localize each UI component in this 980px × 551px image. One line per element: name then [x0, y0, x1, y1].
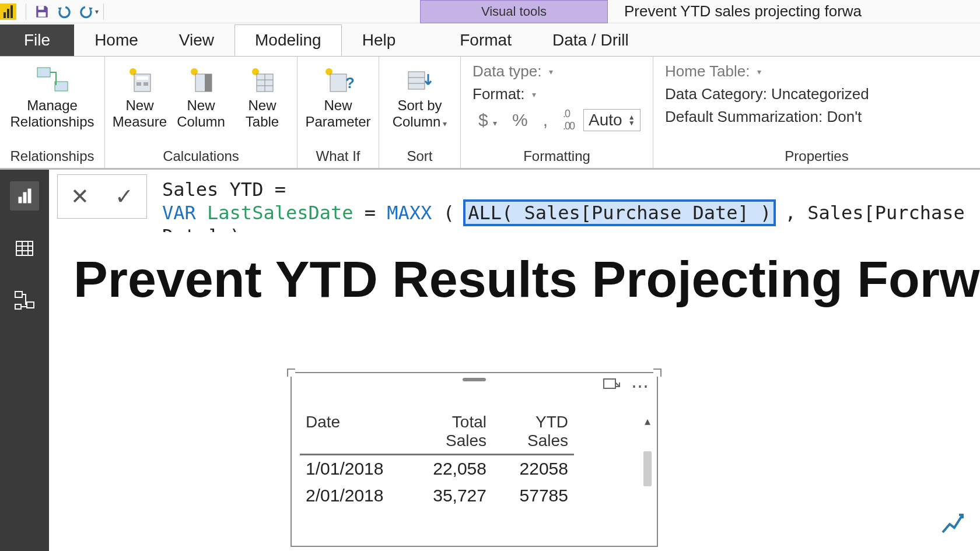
- scrollbar[interactable]: ▴: [642, 414, 653, 540]
- new-column-label: New Column: [177, 97, 225, 130]
- group-label-whatif: What If: [303, 146, 373, 167]
- group-label-calculations: Calculations: [111, 146, 291, 167]
- cell-total: 35,727: [405, 482, 492, 509]
- svg-rect-7: [136, 82, 141, 86]
- window-title: Prevent YTD sales projecting forwa: [624, 2, 980, 20]
- manage-relationships-button[interactable]: Manage Relationships: [6, 60, 99, 130]
- new-column-button[interactable]: New Column: [172, 60, 230, 130]
- group-label-properties: Properties: [659, 146, 974, 167]
- new-measure-label: New Measure: [113, 97, 167, 130]
- tab-data-drill[interactable]: Data / Drill: [532, 24, 649, 56]
- svg-rect-0: [38, 6, 44, 10]
- formula-commit-button[interactable]: ✓: [102, 184, 146, 209]
- svg-rect-33: [15, 304, 21, 309]
- svg-text:?: ?: [345, 74, 355, 92]
- cell-ytd: 57785: [492, 482, 574, 509]
- new-table-button[interactable]: New Table: [233, 60, 291, 130]
- thousands-separator-button[interactable]: ,: [537, 110, 554, 130]
- focus-mode-icon[interactable]: [602, 378, 622, 393]
- data-category-selector[interactable]: Data Category: Uncategorized: [665, 85, 968, 103]
- watermark-icon: [939, 510, 965, 536]
- percent-format-button[interactable]: %: [506, 110, 534, 130]
- redo-icon[interactable]: [75, 1, 97, 23]
- svg-rect-25: [28, 189, 31, 203]
- new-parameter-button[interactable]: ? New Parameter: [303, 60, 373, 130]
- column-header-date[interactable]: Date: [300, 409, 405, 455]
- svg-rect-24: [23, 192, 26, 203]
- column-header-ytd-sales[interactable]: YTD Sales: [492, 409, 574, 455]
- scroll-thumb[interactable]: [643, 451, 652, 486]
- dax-variable-name: LastSalesDate: [207, 202, 353, 224]
- new-table-label: New Table: [246, 97, 279, 130]
- group-label-sort: Sort: [385, 146, 454, 167]
- manage-relationships-label: Manage Relationships: [10, 97, 94, 130]
- app-icon: [0, 3, 16, 20]
- decimal-places-stepper[interactable]: Auto ▲▼: [583, 109, 640, 131]
- column-header-total-sales[interactable]: Total Sales: [405, 409, 492, 455]
- svg-rect-18: [330, 74, 346, 92]
- default-summarization-selector[interactable]: Default Summarization: Don't: [665, 108, 968, 126]
- resize-handle-icon[interactable]: [287, 368, 295, 377]
- svg-rect-6: [136, 76, 148, 80]
- format-selector[interactable]: Format:▾: [473, 85, 641, 103]
- svg-rect-2: [37, 68, 50, 77]
- currency-format-button[interactable]: $ ▾: [473, 110, 503, 130]
- more-options-icon[interactable]: ⋯: [630, 378, 650, 393]
- svg-rect-31: [15, 292, 22, 297]
- svg-rect-20: [408, 72, 425, 89]
- table-visual[interactable]: ⋯ Date Total Sales YTD Sales 1/01/2018 2…: [290, 372, 658, 547]
- tab-format[interactable]: Format: [439, 24, 532, 56]
- model-view-icon[interactable]: [10, 286, 39, 315]
- undo-icon[interactable]: [53, 1, 75, 23]
- svg-rect-1: [38, 12, 46, 17]
- new-parameter-label: New Parameter: [305, 97, 370, 130]
- tab-file[interactable]: File: [0, 24, 74, 56]
- qat-customize-dropdown-icon[interactable]: ▾: [95, 8, 99, 16]
- svg-rect-34: [604, 379, 615, 388]
- tab-modeling[interactable]: Modeling: [235, 24, 342, 56]
- resize-handle-icon[interactable]: [653, 368, 662, 377]
- formula-cancel-button[interactable]: ✕: [58, 184, 102, 209]
- group-label-formatting: Formatting: [467, 146, 647, 167]
- cell-date: 1/01/2018: [300, 455, 405, 482]
- qat-separator: [103, 3, 104, 20]
- scroll-up-icon[interactable]: ▴: [642, 414, 653, 428]
- new-measure-button[interactable]: New Measure: [111, 60, 169, 130]
- dax-function-maxx: MAXX: [387, 202, 432, 224]
- table-row[interactable]: 1/01/2018 22,058 22058: [300, 455, 639, 482]
- cell-total: 22,058: [405, 455, 492, 482]
- save-icon[interactable]: [31, 1, 53, 23]
- report-view-icon[interactable]: [10, 181, 39, 210]
- sort-by-column-label: Sort by Column▾: [393, 97, 447, 132]
- svg-rect-3: [55, 82, 68, 91]
- tab-help[interactable]: Help: [342, 24, 416, 56]
- cell-ytd: 22058: [492, 455, 574, 482]
- home-table-selector[interactable]: Home Table:▾: [665, 62, 968, 80]
- decimal-places-icon: .0.00: [557, 108, 580, 132]
- cell-date: 2/01/2018: [300, 482, 405, 509]
- svg-rect-23: [19, 197, 22, 203]
- dax-keyword-var: VAR: [162, 202, 196, 224]
- contextual-tab-visual-tools[interactable]: Visual tools: [420, 0, 608, 23]
- data-view-icon[interactable]: [10, 234, 39, 263]
- svg-rect-32: [27, 302, 34, 308]
- formula-selection[interactable]: ALL( Sales[Purchase Date] ): [466, 202, 774, 224]
- tab-view[interactable]: View: [159, 24, 235, 56]
- tab-home[interactable]: Home: [74, 24, 159, 56]
- data-type-selector[interactable]: Data type:▾: [473, 62, 641, 80]
- svg-rect-26: [16, 241, 33, 255]
- group-label-relationships: Relationships: [6, 146, 99, 167]
- drag-handle-icon[interactable]: [463, 378, 486, 381]
- svg-rect-11: [205, 74, 212, 92]
- table-row[interactable]: 2/01/2018 35,727 57785: [300, 482, 639, 509]
- svg-rect-8: [144, 82, 148, 86]
- formula-bar-buttons: ✕ ✓: [57, 174, 147, 219]
- sort-by-column-button[interactable]: Sort by Column▾: [385, 60, 454, 132]
- report-title-text: Prevent YTD Results Projecting Forw: [57, 232, 980, 309]
- qat-separator: [26, 3, 26, 20]
